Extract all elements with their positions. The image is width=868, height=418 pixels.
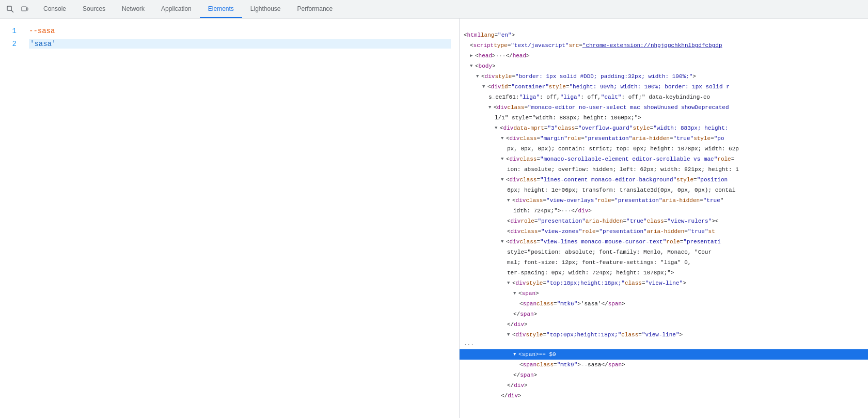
- line-number-1: 1: [8, 27, 29, 35]
- tree-line[interactable]: ter-spacing: 0px; width: 724px; height: …: [460, 268, 868, 278]
- tree-line[interactable]: ▶ <head> ··· </head>: [460, 51, 868, 61]
- tree-line[interactable]: ▼ <span>: [460, 288, 868, 299]
- tree-line[interactable]: ▼ <div style="top:0px;height:18px;" clas…: [460, 330, 868, 340]
- line-number-2: 2: [8, 40, 29, 48]
- tree-line[interactable]: [460, 21, 868, 30]
- devtools-toolbar: Console Sources Network Application Elem…: [0, 0, 868, 19]
- tree-line[interactable]: ▼ <div class="lines-content monaco-edito…: [460, 175, 868, 185]
- tree-line[interactable]: <span class="mtk9">--sasa</span>: [460, 360, 868, 370]
- tree-line[interactable]: idth: 724px;">···</div>: [460, 206, 868, 216]
- devtools-tabs: Console Sources Network Application Elem…: [35, 0, 868, 18]
- tree-line[interactable]: </div>: [460, 319, 868, 330]
- code-line-1: 1 --sasa: [0, 27, 459, 39]
- tree-line[interactable]: ▼ <div style="top:18px;height:18px;" cla…: [460, 278, 868, 288]
- tree-line[interactable]: style="position: absolute; font-family: …: [460, 247, 868, 257]
- tree-line[interactable]: <div role="presentation" aria-hidden="tr…: [460, 216, 868, 226]
- tree-line[interactable]: s_ee1f61: "liga": off, "liga": off, "cal…: [460, 92, 868, 102]
- tree-dots: ···: [460, 340, 868, 349]
- tree-line[interactable]: <html lang="en">: [460, 30, 868, 40]
- tab-network[interactable]: Network: [114, 0, 153, 18]
- tree-line[interactable]: mal; font-size: 12px; font-feature-setti…: [460, 257, 868, 268]
- tree-line[interactable]: ▼ <div class="view-overlays" role="prese…: [460, 195, 868, 206]
- tree-line[interactable]: ▼ <span> == $0: [460, 349, 868, 360]
- line-content-2: 'sasa': [29, 39, 451, 49]
- editor-panel: 1 --sasa 2 'sasa': [0, 19, 460, 418]
- tab-lighthouse[interactable]: Lighthouse: [242, 0, 289, 18]
- tab-elements[interactable]: Elements: [200, 0, 242, 18]
- tree-line[interactable]: </span>: [460, 370, 868, 380]
- inspect-icon[interactable]: [4, 3, 17, 16]
- tree-line[interactable]: ▼ <div class="monaco-editor no-user-sele…: [460, 102, 868, 113]
- elements-tree[interactable]: <html lang="en"><script type="text/javas…: [460, 19, 868, 418]
- tree-line[interactable]: </div>: [460, 380, 868, 391]
- device-toggle-icon[interactable]: [19, 3, 31, 16]
- svg-rect-0: [7, 6, 11, 10]
- tree-line[interactable]: </span>: [460, 309, 868, 319]
- tree-line[interactable]: 6px; height: 1e+06px; transform: transla…: [460, 185, 868, 195]
- tree-line[interactable]: ▼ <body>: [460, 61, 868, 71]
- svg-rect-3: [27, 8, 28, 10]
- tree-line[interactable]: ▼ <div data-mprt="3" class="overflow-gua…: [460, 123, 868, 133]
- tab-application[interactable]: Application: [153, 0, 200, 18]
- svg-line-1: [11, 10, 13, 12]
- tree-line[interactable]: ▼ <div class="view-lines monaco-mouse-cu…: [460, 237, 868, 247]
- toolbar-icons: [0, 3, 35, 16]
- svg-rect-2: [22, 7, 26, 11]
- elements-panel: <html lang="en"><script type="text/javas…: [460, 19, 868, 418]
- tree-line[interactable]: ion: absolute; overflow: hidden; left: 6…: [460, 164, 868, 175]
- tab-console[interactable]: Console: [35, 0, 74, 18]
- code-editor: 1 --sasa 2 'sasa': [0, 19, 459, 60]
- tree-line[interactable]: ▼ <div id="container" style="height: 90v…: [460, 82, 868, 92]
- tree-line[interactable]: ▼ <div class="monaco-scrollable-element …: [460, 154, 868, 164]
- tree-line[interactable]: <span class="mtk6">'sasa'</span>: [460, 299, 868, 309]
- tab-performance[interactable]: Performance: [289, 0, 341, 18]
- tree-line[interactable]: ▼ <div style="border: 1px solid #DDD; pa…: [460, 71, 868, 82]
- line-content-1: --sasa: [29, 27, 451, 35]
- tree-line[interactable]: </div>: [460, 391, 868, 401]
- tab-sources[interactable]: Sources: [74, 0, 114, 18]
- tree-line[interactable]: <script type="text/javascript" src="chro…: [460, 40, 868, 51]
- tree-line[interactable]: <div class="view-zones" role="presentati…: [460, 226, 868, 237]
- tree-line[interactable]: px, 0px, 0px); contain: strict; top: 0px…: [460, 144, 868, 154]
- main-content: 1 --sasa 2 'sasa' <html lang="en"><scrip…: [0, 19, 868, 418]
- tree-line[interactable]: ▼ <div class="margin" role="presentation…: [460, 133, 868, 144]
- code-line-2: 2 'sasa': [0, 39, 459, 52]
- tree-line[interactable]: l/1" style="width: 883px; height: 1060px…: [460, 113, 868, 123]
